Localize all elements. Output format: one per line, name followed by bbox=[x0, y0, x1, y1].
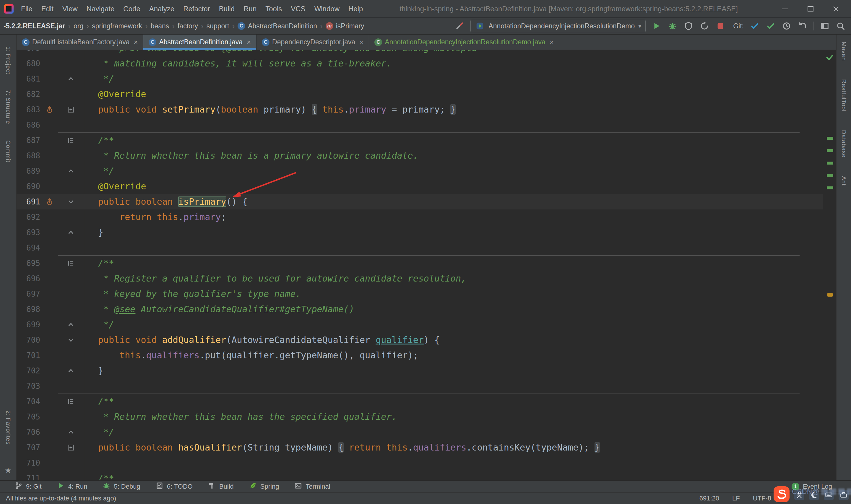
code-line[interactable]: 704/** bbox=[17, 394, 823, 409]
debug-button[interactable] bbox=[668, 21, 677, 31]
caret-position[interactable]: 691:20 bbox=[700, 494, 719, 502]
run-config-select[interactable]: AnnotationDependencyInjectionResolutionD… bbox=[470, 20, 646, 32]
ime-moon-icon[interactable] bbox=[809, 490, 819, 500]
code-line[interactable]: 696 * Register a qualifier to be used fo… bbox=[17, 271, 823, 286]
fold-doc-icon[interactable] bbox=[57, 255, 85, 271]
fold-end-icon[interactable] bbox=[57, 71, 85, 87]
code-line[interactable]: 706 */ bbox=[17, 425, 823, 440]
code-line[interactable]: 705 * Return whether this bean has the s… bbox=[17, 409, 823, 425]
code-editor[interactable]: 679 * <p>If this value is {@code true} f… bbox=[17, 50, 836, 480]
run-button[interactable] bbox=[652, 21, 662, 31]
breadcrumb-item[interactable]: beans bbox=[149, 22, 170, 30]
fold-open-icon[interactable] bbox=[57, 194, 85, 210]
code-line[interactable]: 688 * Return whether this bean is a prim… bbox=[17, 148, 823, 163]
fold-doc-icon[interactable] bbox=[57, 394, 85, 409]
override-icon[interactable] bbox=[42, 102, 57, 117]
fold-end-icon[interactable] bbox=[57, 425, 85, 440]
git-commit-button[interactable] bbox=[766, 21, 776, 31]
fold-plus-icon[interactable] bbox=[57, 440, 85, 455]
line-separator[interactable]: LF bbox=[732, 494, 740, 502]
layout-button[interactable] bbox=[820, 21, 830, 31]
stripe-button-restfultool[interactable]: RestfulTool bbox=[840, 79, 847, 112]
toolwindow-button-5-debug[interactable]: 5: Debug bbox=[95, 481, 148, 492]
editor-tab[interactable]: CAbstractBeanDefinition.java× bbox=[143, 35, 256, 50]
breadcrumb-item[interactable]: -5.2.2.RELEASE.jar bbox=[2, 22, 66, 30]
maximize-button[interactable] bbox=[804, 3, 817, 15]
git-update-button[interactable] bbox=[750, 21, 760, 31]
code-line[interactable]: 691public boolean isPrimary() { bbox=[17, 194, 823, 210]
breadcrumb-item[interactable]: misPrimary bbox=[324, 22, 365, 30]
menu-edit[interactable]: Edit bbox=[37, 0, 58, 18]
code-line[interactable]: 683public void setPrimary(boolean primar… bbox=[17, 102, 823, 117]
menu-refactor[interactable]: Refactor bbox=[179, 0, 215, 18]
profiler-button[interactable] bbox=[700, 21, 709, 31]
stripe-button-database[interactable]: Database bbox=[840, 130, 847, 158]
menu-analyze[interactable]: Analyze bbox=[145, 0, 179, 18]
close-button[interactable] bbox=[829, 3, 843, 15]
stripe-button-2-favorites[interactable]: 2: Favorites bbox=[5, 410, 12, 445]
toolwindow-button-6-todo[interactable]: 6: TODO bbox=[148, 481, 200, 492]
stripe-button-maven[interactable]: Maven bbox=[840, 42, 847, 61]
fold-plus-icon[interactable] bbox=[57, 102, 85, 117]
stripe-button-1-project[interactable]: 1: Project bbox=[5, 47, 12, 74]
stop-button[interactable] bbox=[716, 21, 725, 31]
menu-code[interactable]: Code bbox=[119, 0, 144, 18]
editor-scrollbar[interactable] bbox=[823, 50, 836, 480]
code-line[interactable]: 711/** bbox=[17, 471, 823, 480]
menu-help[interactable]: Help bbox=[344, 0, 367, 18]
minimize-button[interactable] bbox=[778, 3, 792, 15]
menu-build[interactable]: Build bbox=[215, 0, 239, 18]
fold-end-icon[interactable] bbox=[57, 363, 85, 378]
code-line[interactable]: 695/** bbox=[17, 255, 823, 271]
menu-window[interactable]: Window bbox=[310, 0, 344, 18]
stripe-button-ant[interactable]: Ant bbox=[840, 176, 847, 186]
breadcrumb-item[interactable]: CAbstractBeanDefinition bbox=[236, 22, 318, 30]
menu-view[interactable]: View bbox=[58, 0, 82, 18]
history-button[interactable] bbox=[782, 21, 792, 31]
code-line[interactable]: 690@Override bbox=[17, 179, 823, 194]
stripe-button-commit[interactable]: Commit bbox=[5, 140, 12, 162]
code-line[interactable]: 682@Override bbox=[17, 87, 823, 102]
menu-tools[interactable]: Tools bbox=[261, 0, 286, 18]
toolwindow-button-4-run[interactable]: 4: Run bbox=[49, 481, 95, 492]
ime-toolbox-icon[interactable] bbox=[838, 490, 849, 500]
inspections-status-icon[interactable] bbox=[825, 53, 834, 62]
code-line[interactable]: 710 bbox=[17, 455, 823, 471]
code-line[interactable]: 694 bbox=[17, 240, 823, 255]
code-line[interactable]: 697 * keyed by the qualifier's type name… bbox=[17, 286, 823, 302]
override-icon[interactable] bbox=[42, 194, 57, 210]
toolwindow-button-9-git[interactable]: 9: Git bbox=[7, 481, 49, 492]
fold-doc-icon[interactable] bbox=[57, 133, 85, 148]
breadcrumb-item[interactable]: springframework bbox=[91, 22, 143, 30]
breadcrumb-item[interactable]: factory bbox=[176, 22, 199, 30]
code-line[interactable]: 693} bbox=[17, 225, 823, 240]
stripe-button-7-structure[interactable]: 7: Structure bbox=[5, 90, 12, 124]
toolwindow-button-build[interactable]: Build bbox=[200, 481, 241, 492]
code-line[interactable]: 707public boolean hasQualifier(String ty… bbox=[17, 440, 823, 455]
code-line[interactable]: 689 */ bbox=[17, 163, 823, 179]
breadcrumb-item[interactable]: support bbox=[205, 22, 231, 30]
rollback-button[interactable] bbox=[798, 21, 808, 31]
code-line[interactable]: 698 * @see AutowireCandidateQualifier#ge… bbox=[17, 302, 823, 317]
search-everywhere-button[interactable] bbox=[836, 21, 846, 31]
close-icon[interactable]: × bbox=[359, 39, 363, 46]
file-encoding[interactable]: UTF-8 bbox=[753, 494, 771, 502]
menu-run[interactable]: Run bbox=[239, 0, 261, 18]
code-line[interactable]: 702} bbox=[17, 363, 823, 378]
code-line[interactable]: 681 */ bbox=[17, 71, 823, 87]
code-line[interactable]: 701 this.qualifiers.put(qualifier.getTyp… bbox=[17, 348, 823, 363]
code-line[interactable]: 699 */ bbox=[17, 317, 823, 332]
code-line[interactable]: 692 return this.primary; bbox=[17, 210, 823, 225]
ime-language-icon[interactable] bbox=[794, 490, 804, 500]
menu-file[interactable]: File bbox=[17, 0, 37, 18]
editor-tab[interactable]: CDependencyDescriptor.java× bbox=[256, 35, 369, 50]
favorites-star-icon[interactable]: ★ bbox=[5, 466, 12, 475]
menu-navigate[interactable]: Navigate bbox=[82, 0, 119, 18]
coverage-button[interactable] bbox=[684, 21, 693, 31]
editor-tab[interactable]: CAnnotationDependencyInjectionResolution… bbox=[369, 35, 559, 50]
fold-open-icon[interactable] bbox=[57, 332, 85, 348]
menu-vcs[interactable]: VCS bbox=[286, 0, 310, 18]
fold-end-icon[interactable] bbox=[57, 317, 85, 332]
code-line[interactable]: 679 * <p>If this value is {@code true} f… bbox=[17, 50, 823, 56]
code-line[interactable]: 680 * matching candidates, it will serve… bbox=[17, 56, 823, 71]
